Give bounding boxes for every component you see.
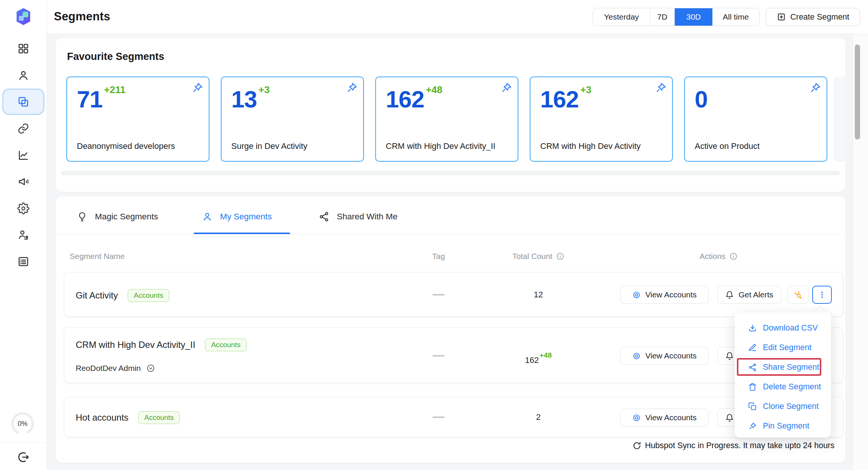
sidebar-item-forms[interactable] bbox=[15, 253, 32, 270]
favourite-card[interactable]: 71+211 Deanonymised developers bbox=[66, 77, 209, 162]
tab-shared-with-me[interactable]: Shared With Me bbox=[319, 211, 397, 222]
menu-item-edit-segment[interactable]: Edit Segment bbox=[735, 338, 831, 357]
user-sync-icon bbox=[17, 229, 29, 241]
table-row: Git Activity Accounts 12 View Accounts G… bbox=[64, 272, 843, 317]
menu-item-delete-segment[interactable]: Delete Segment bbox=[735, 377, 831, 397]
megaphone-icon bbox=[17, 176, 29, 188]
pin-icon[interactable] bbox=[809, 82, 821, 94]
scrollbar-thumb[interactable] bbox=[855, 44, 860, 139]
menu-item-pin-segment[interactable]: Pin Segment bbox=[735, 416, 831, 436]
favourites-heading: Favourite Segments bbox=[67, 51, 164, 63]
tab-magic-segments[interactable]: Magic Segments bbox=[77, 211, 158, 222]
favourite-delta: +3 bbox=[580, 84, 591, 95]
segment-name: Hot accounts bbox=[76, 412, 128, 423]
chevron-down-circle-icon[interactable] bbox=[146, 364, 155, 373]
copy-icon bbox=[748, 402, 757, 411]
info-icon[interactable] bbox=[556, 252, 564, 260]
favourite-count: 13 bbox=[231, 86, 257, 112]
sidebar-item-user-sync[interactable] bbox=[15, 227, 32, 243]
tag-empty-dash bbox=[432, 355, 445, 357]
get-alerts-button[interactable]: Get Alerts bbox=[717, 286, 781, 304]
app-logo[interactable] bbox=[14, 8, 32, 26]
edit-icon bbox=[748, 343, 757, 352]
pin-icon bbox=[748, 422, 757, 430]
sidebar-item-segments[interactable] bbox=[2, 89, 44, 115]
pin-icon[interactable] bbox=[191, 82, 203, 94]
sidebar-item-settings[interactable] bbox=[15, 200, 32, 217]
integrations-icon bbox=[17, 122, 29, 135]
logout-icon[interactable] bbox=[17, 451, 30, 464]
view-accounts-button[interactable]: View Accounts bbox=[620, 286, 709, 304]
target-eye-icon bbox=[632, 291, 641, 299]
time-filter-alltime[interactable]: All time bbox=[712, 8, 759, 26]
segments-page: 0% Segments Yesterday 7D 30D All time Cr… bbox=[0, 0, 868, 470]
pin-icon[interactable] bbox=[655, 82, 667, 94]
create-segment-button[interactable]: Create Segment bbox=[766, 8, 860, 26]
menu-item-share-segment[interactable]: Share Segment bbox=[735, 357, 831, 377]
favourite-count: 71 bbox=[77, 86, 102, 112]
total-count: 162 bbox=[525, 355, 539, 365]
pin-icon[interactable] bbox=[346, 82, 358, 94]
pin-icon[interactable] bbox=[500, 82, 512, 94]
segment-name: CRM with High Dev Activity_II bbox=[76, 340, 195, 350]
download-icon bbox=[748, 324, 757, 332]
info-icon[interactable] bbox=[729, 252, 738, 260]
view-accounts-button[interactable]: View Accounts bbox=[620, 409, 709, 427]
trash-icon bbox=[748, 383, 757, 391]
segments-table-panel: Magic Segments My Segments Shared With M… bbox=[56, 196, 845, 463]
favourite-delta: +211 bbox=[104, 84, 125, 95]
sidebar-item-analytics[interactable] bbox=[15, 147, 32, 164]
favourite-label: Active on Product bbox=[695, 141, 760, 151]
favourite-label: Deanonymised developers bbox=[77, 141, 175, 151]
favourite-count: 162 bbox=[386, 86, 424, 112]
gear-icon bbox=[17, 202, 29, 214]
favourite-card[interactable]: 162+3 CRM with High Dev Activity bbox=[530, 77, 673, 162]
column-header-name: Segment Name bbox=[70, 252, 125, 261]
table-row: Hot accounts Accounts 2 View Accounts Ge… bbox=[64, 397, 843, 437]
favourite-delta: +3 bbox=[258, 84, 270, 95]
favourite-segments-panel: Favourite Segments 71+211 Deanonymised d… bbox=[56, 38, 845, 192]
sidebar-item-integrations[interactable] bbox=[15, 120, 32, 137]
menu-item-clone-segment[interactable]: Clone Segment bbox=[735, 397, 831, 416]
bell-icon bbox=[725, 413, 734, 422]
tab-my-segments[interactable]: My Segments bbox=[202, 211, 272, 222]
tag-empty-dash bbox=[432, 294, 445, 295]
tab-label: Magic Segments bbox=[95, 212, 158, 222]
usage-progress-label: 0% bbox=[10, 411, 35, 436]
favourite-card[interactable]: 0 Active on Product bbox=[684, 77, 827, 162]
kebab-icon bbox=[818, 291, 826, 299]
share-icon bbox=[319, 211, 329, 222]
view-accounts-button[interactable]: View Accounts bbox=[620, 347, 709, 365]
tab-label: My Segments bbox=[220, 212, 272, 222]
column-header-actions: Actions bbox=[700, 252, 738, 261]
column-header-count: Total Count bbox=[512, 252, 564, 261]
sidebar-item-announcements[interactable] bbox=[15, 173, 32, 190]
favourite-card[interactable]: 13+3 Surge in Dev Activity bbox=[221, 77, 364, 162]
accounts-badge: Accounts bbox=[205, 338, 246, 351]
grid-icon bbox=[17, 43, 29, 55]
time-filter-yesterday[interactable]: Yesterday bbox=[593, 8, 650, 26]
usage-progress-ring[interactable]: 0% bbox=[10, 411, 35, 436]
favourite-card-partial bbox=[833, 77, 845, 162]
bell-icon bbox=[725, 352, 734, 360]
sidebar-item-contacts[interactable] bbox=[15, 67, 32, 84]
time-filter-30d[interactable]: 30D bbox=[675, 8, 712, 26]
row-kebab-menu-button[interactable] bbox=[812, 286, 832, 304]
sidebar-item-dashboard[interactable] bbox=[15, 40, 32, 57]
analytics-icon bbox=[17, 149, 29, 161]
top-header: Segments Yesterday 7D 30D All time Creat… bbox=[47, 0, 868, 34]
favourites-hscrollbar[interactable] bbox=[61, 171, 840, 175]
tag-empty-dash bbox=[432, 416, 445, 418]
segment-owner: ReoDotDev Admin bbox=[76, 364, 141, 373]
time-filter-7d[interactable]: 7D bbox=[650, 8, 675, 26]
hubspot-sync-button[interactable] bbox=[787, 286, 808, 304]
sidebar-divider bbox=[0, 442, 47, 443]
bell-icon bbox=[725, 291, 734, 299]
favourite-delta: +48 bbox=[426, 84, 442, 95]
favourite-label: CRM with High Dev Activity bbox=[540, 141, 641, 151]
hubspot-sync-status: Hubspot Sync in Progress. It may take up… bbox=[546, 441, 834, 450]
list-icon bbox=[17, 256, 29, 268]
menu-item-download-csv[interactable]: Download CSV bbox=[735, 318, 831, 338]
favourite-card[interactable]: 162+48 CRM with High Dev Activity_II bbox=[375, 77, 518, 162]
segments-icon bbox=[17, 96, 29, 108]
